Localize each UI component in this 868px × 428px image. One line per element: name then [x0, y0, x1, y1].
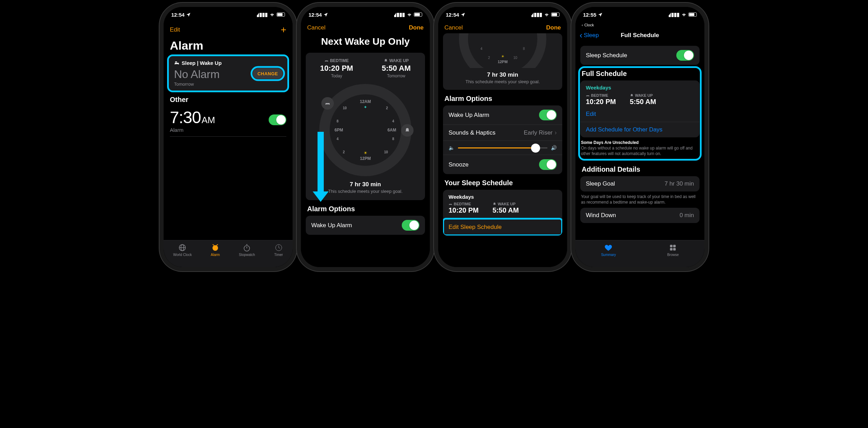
battery-icon — [277, 12, 285, 17]
wake-up-alarm-toggle[interactable] — [402, 220, 419, 231]
wake-up-alarm-toggle[interactable] — [539, 110, 557, 120]
wake-up-alarm-row[interactable]: Wake Up Alarm — [306, 216, 425, 235]
nav-bar: Edit + — [164, 22, 293, 37]
wifi-icon — [681, 12, 687, 17]
back-button[interactable]: ‹ Sleep — [580, 31, 599, 40]
tab-summary[interactable]: Summary — [601, 243, 616, 257]
schedule-name: Weekdays — [586, 85, 694, 91]
sun-icon: ☀ — [501, 54, 504, 58]
sounds-haptics-row[interactable]: Sounds & Haptics Early Riser› — [443, 125, 562, 140]
alarm-row[interactable]: 7:30 AM Alarm — [170, 106, 286, 137]
full-schedule-header: Full Schedule — [575, 65, 704, 80]
sleep-schedule-toggle[interactable] — [676, 50, 694, 61]
alarm-icon — [211, 243, 220, 252]
weekdays-card[interactable]: Weekdays BEDTIME 10:20 PM WAKE UP 5:50 A… — [580, 80, 700, 122]
sleep-wake-label: Sleep | Wake Up — [182, 60, 222, 66]
tab-alarm[interactable]: Alarm — [211, 243, 220, 257]
volume-slider-row[interactable]: 🔈 🔊 — [443, 140, 562, 155]
tab-world-clock[interactable]: World Clock — [173, 243, 192, 257]
svg-rect-10 — [670, 248, 672, 250]
bedtime-value: 10:20 PM — [320, 64, 353, 73]
add-schedule-link[interactable]: Add Schedule for Other Days — [580, 122, 700, 137]
cancel-button[interactable]: Cancel — [307, 24, 326, 31]
svg-rect-11 — [673, 248, 676, 250]
tab-stopwatch[interactable]: Stopwatch — [239, 243, 255, 257]
unscheduled-body: On days without a schedule no wake up al… — [575, 145, 704, 161]
volume-high-icon: 🔊 — [551, 145, 557, 151]
alarm-options-header: Alarm Options — [438, 90, 567, 105]
phone-4-full-schedule: 12:55 ▮▮▮▮ ‹ Clock ‹ Sleep Full Schedule — [575, 7, 704, 267]
sounds-haptics-value: Early Riser — [524, 129, 553, 136]
notch — [609, 7, 671, 17]
edit-link[interactable]: Edit — [586, 111, 694, 118]
sleep-duration: 7 hr 30 min — [443, 71, 562, 78]
wakeup-handle[interactable] — [401, 124, 414, 137]
scroll-arrow-annotation — [318, 132, 324, 194]
clock-12pm: 12PM — [498, 60, 508, 64]
snooze-row[interactable]: Snooze — [443, 155, 562, 174]
clock-12pm: 12PM — [360, 156, 371, 161]
schedule-card: Weekdays BEDTIME 10:20 PM WAKE UP 5:50 A… — [443, 190, 562, 219]
additional-details-header: Additional Details — [575, 161, 704, 176]
svg-point-3 — [212, 245, 218, 251]
change-button[interactable]: CHANGE — [253, 68, 283, 79]
edit-button[interactable]: Edit — [170, 26, 180, 33]
sleep-goal-row[interactable]: Sleep Goal 7 hr 30 min — [580, 176, 700, 191]
nav-bar: Cancel Done — [438, 22, 567, 33]
cancel-button[interactable]: Cancel — [444, 24, 463, 31]
bed-icon — [586, 94, 590, 97]
page-title: Next Wake Up Only — [301, 33, 430, 53]
sleep-goal-label: Sleep Goal — [586, 180, 615, 187]
bell-icon — [630, 94, 634, 97]
chevron-left-icon: ‹ — [580, 31, 582, 40]
done-button[interactable]: Done — [409, 24, 424, 31]
wind-down-value: 0 min — [679, 212, 694, 219]
dial-card: ☀ 12PM 2 10 4 8 7 hr 30 min This schedul… — [443, 33, 562, 90]
alarm-label: Alarm — [170, 127, 215, 133]
timer-icon — [274, 243, 283, 252]
sleep-schedule-row[interactable]: Sleep Schedule — [580, 46, 700, 65]
bed-icon — [174, 60, 180, 66]
edit-sleep-schedule-link[interactable]: Edit Sleep Schedule — [443, 219, 562, 236]
alarm-toggle[interactable] — [269, 114, 286, 125]
status-icons: ▮▮▮▮ — [394, 11, 422, 18]
wakeup-label: WAKE UP — [389, 58, 409, 63]
clock-6am: 6AM — [388, 128, 396, 132]
sleep-wake-card[interactable]: Sleep | Wake Up No Alarm Tomorrow CHANGE — [168, 56, 288, 91]
tab-timer[interactable]: Timer — [274, 243, 283, 257]
tab-browse[interactable]: Browse — [667, 243, 679, 257]
breadcrumb[interactable]: ‹ Clock — [575, 22, 704, 28]
goal-footer: Your goal will be used to keep track of … — [575, 191, 704, 208]
your-schedule-header: Your Sleep Schedule — [438, 174, 567, 190]
alarm-time: 7:30 — [170, 108, 201, 127]
status-icons: ▮▮▮▮ — [257, 11, 285, 18]
status-icons: ▮▮▮▮ — [668, 11, 697, 18]
sleep-dial[interactable]: 12AM 6AM 12PM 6PM ✦ ☀ 10 2 8 4 4 8 2 10 — [319, 84, 411, 176]
sparkle-icon: ✦ — [364, 105, 367, 110]
sleep-goal-value: 7 hr 30 min — [665, 180, 694, 187]
snooze-label: Snooze — [449, 161, 469, 168]
wakeup-value: 5:50 AM — [382, 64, 411, 73]
schedule-name: Weekdays — [449, 194, 557, 200]
volume-slider[interactable] — [458, 147, 547, 148]
wakeup-value: 5:50 AM — [493, 206, 519, 214]
sun-icon: ☀ — [364, 151, 367, 155]
bell-icon — [493, 202, 496, 206]
location-icon — [598, 12, 603, 17]
globe-icon — [178, 243, 187, 252]
wind-down-row[interactable]: Wind Down 0 min — [580, 208, 700, 223]
location-icon — [186, 12, 191, 17]
snooze-toggle[interactable] — [539, 159, 557, 170]
status-time: 12:55 — [583, 12, 596, 18]
heart-icon — [604, 243, 613, 252]
add-alarm-button[interactable]: + — [281, 24, 286, 35]
done-button[interactable]: Done — [546, 24, 561, 31]
notch — [197, 7, 259, 17]
bell-icon — [384, 59, 388, 63]
wake-up-alarm-label: Wake Up Alarm — [311, 222, 352, 229]
bedtime-handle[interactable] — [321, 97, 334, 110]
wake-up-alarm-row[interactable]: Wake Up Alarm — [443, 105, 562, 125]
phone-3-alarm-options: 12:54 ▮▮▮▮ Cancel Done ☀ 12PM 2 10 4 — [438, 7, 567, 267]
bed-icon — [325, 101, 330, 106]
wind-down-label: Wind Down — [586, 212, 616, 219]
